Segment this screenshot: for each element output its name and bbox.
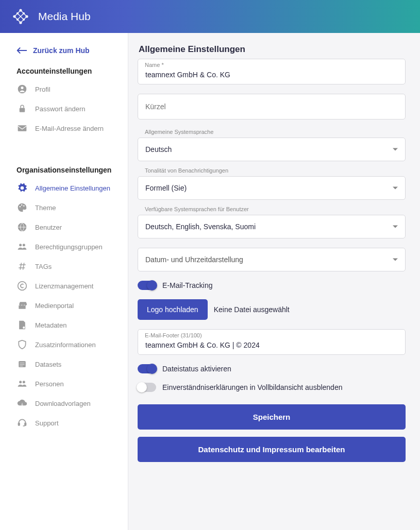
lock-icon — [16, 103, 28, 114]
sidebar-item-download-templates[interactable]: Downloadvorlagen — [0, 394, 128, 413]
svg-line-11 — [24, 13, 27, 16]
avail-langs-select[interactable]: Deutsch, English, Svenska, Suomi — [138, 215, 406, 238]
chevron-down-icon — [393, 259, 398, 261]
file-status-row: Dateistatus aktivieren — [138, 364, 406, 373]
svg-point-38 — [19, 381, 22, 383]
sidebar-item-label: Support — [35, 419, 59, 427]
svg-rect-41 — [25, 423, 26, 425]
tonality-select[interactable]: Formell (Sie) — [138, 176, 406, 200]
shield-icon — [16, 339, 28, 350]
svg-line-10 — [21, 10, 24, 13]
sidebar-item-profile[interactable]: Profil — [0, 79, 128, 99]
back-link-label: Zurück zum Hub — [33, 46, 90, 55]
sidebar-item-tags[interactable]: TAGs — [0, 257, 128, 276]
datetime-select[interactable]: Datum- und Uhrzeitdarstellung — [138, 248, 406, 271]
account-section-title: Accounteinstellungen — [0, 64, 128, 79]
name-input[interactable] — [138, 59, 406, 84]
sidebar-item-theme[interactable]: Theme — [0, 198, 128, 217]
chevron-down-icon — [393, 187, 398, 190]
email-footer-wrap: E-Mail-Footer (31/100) — [138, 329, 406, 355]
email-footer-label: E-Mail-Footer (31/100) — [145, 332, 202, 338]
sidebar-item-support[interactable]: Support — [0, 413, 128, 433]
page-title: Allgemeine Einstellungen — [138, 44, 406, 55]
sidebar-item-label: Benutzer — [35, 224, 62, 231]
sidebar-item-label: Berechtigungsgruppen — [35, 243, 103, 251]
sidebar-item-metadata[interactable]: Metadaten — [0, 315, 128, 335]
file-gear-icon — [16, 319, 28, 331]
syslang-select[interactable]: Deutsch — [138, 138, 406, 161]
sidebar-item-password[interactable]: Passwort ändern — [0, 99, 128, 118]
chevron-down-icon — [393, 226, 398, 228]
consent-hide-toggle[interactable] — [138, 383, 156, 392]
group-icon — [16, 241, 28, 252]
svg-point-39 — [23, 381, 25, 383]
consent-hide-label: Einverständniserklärungen in Vollbildans… — [162, 383, 342, 391]
svg-point-24 — [23, 205, 25, 207]
avail-langs-label: Verfügbare Systemsprachen für Benutzer — [138, 206, 406, 215]
name-field-wrap: Name * — [138, 59, 406, 84]
list-icon — [16, 358, 28, 370]
sidebar-item-label: TAGs — [35, 263, 52, 270]
sidebar-item-media-portal[interactable]: Medienportal — [0, 296, 128, 315]
svg-point-32 — [18, 282, 27, 290]
globe-icon — [16, 221, 28, 233]
main-content: Allgemeine Einstellungen Name * Allgemei… — [128, 33, 420, 530]
mail-icon — [16, 123, 28, 134]
palette-icon — [16, 202, 28, 213]
sidebar-item-label: Zusatzinformationen — [35, 341, 96, 349]
svg-rect-20 — [20, 108, 25, 112]
sidebar-item-label: Passwort ändern — [35, 105, 86, 113]
back-to-hub-link[interactable]: Zurück zum Hub — [0, 42, 128, 64]
svg-line-8 — [14, 13, 18, 16]
sidebar-item-general-settings[interactable]: Allgemeine Einstellungen — [0, 178, 128, 198]
logo-upload-row: Logo hochladen Keine Datei ausgewählt — [138, 299, 406, 320]
consent-hide-row: Einverständniserklärungen in Vollbildans… — [138, 383, 406, 392]
email-tracking-row: E-Mail-Tracking — [138, 281, 406, 290]
file-status-label: Dateistatus aktivieren — [162, 365, 231, 373]
gear-icon — [16, 182, 28, 194]
privacy-imprint-button[interactable]: Datenschutz und Impressum bearbeiten — [138, 437, 406, 462]
svg-line-9 — [18, 10, 21, 13]
sidebar-item-additional-info[interactable]: Zusatzinformationen — [0, 335, 128, 354]
file-status-toggle[interactable] — [138, 364, 156, 373]
syslang-wrap: Allgemeine Systemsprache Deutsch — [138, 129, 406, 161]
sidebar-item-datasets[interactable]: Datasets — [0, 354, 128, 374]
storefront-icon — [16, 300, 28, 311]
sidebar-item-permission-groups[interactable]: Berechtigungsgruppen — [0, 237, 128, 257]
app-logo[interactable]: Media Hub — [10, 6, 91, 27]
sidebar-item-label: Medienportal — [35, 302, 74, 310]
tonality-label: Tonalität von Benachrichtigungen — [138, 167, 406, 176]
email-tracking-toggle[interactable] — [138, 281, 156, 290]
datetime-label: Datum- und Uhrzeitdarstellung — [145, 255, 243, 264]
copyright-icon — [16, 280, 28, 292]
sidebar-item-label: Personen — [35, 380, 64, 388]
sidebar-item-label: E-Mail-Adresse ändern — [35, 125, 104, 132]
syslang-label: Allgemeine Systemsprache — [138, 129, 406, 138]
svg-line-14 — [18, 20, 21, 23]
headset-icon — [16, 417, 28, 429]
svg-point-33 — [23, 327, 25, 329]
sidebar-item-email[interactable]: E-Mail-Adresse ändern — [0, 118, 128, 138]
name-label: Name * — [145, 62, 164, 68]
sidebar-item-label: Profil — [35, 86, 51, 93]
hash-icon — [16, 261, 28, 272]
arrow-left-icon — [16, 47, 27, 54]
app-logo-icon — [10, 6, 31, 27]
sidebar-item-label: Lizenzmanagement — [35, 282, 93, 290]
sidebar-item-persons[interactable]: Personen — [0, 374, 128, 394]
people-icon — [16, 378, 28, 389]
avail-langs-value: Deutsch, English, Svenska, Suomi — [145, 223, 256, 231]
logo-upload-button[interactable]: Logo hochladen — [138, 299, 208, 320]
abbrev-input[interactable] — [138, 94, 406, 119]
svg-point-19 — [21, 87, 24, 89]
sidebar-item-label: Metadaten — [35, 321, 66, 329]
sidebar-item-users[interactable]: Benutzer — [0, 217, 128, 237]
org-section-title: Organisationseinstellungen — [0, 163, 128, 178]
save-button[interactable]: Speichern — [138, 404, 406, 430]
svg-rect-21 — [18, 125, 27, 131]
sidebar-item-license[interactable]: Lizenzmanagement — [0, 276, 128, 296]
svg-line-15 — [14, 16, 18, 20]
sidebar-item-label: Theme — [35, 204, 56, 212]
app-title: Media Hub — [38, 10, 91, 23]
svg-point-26 — [19, 244, 22, 246]
